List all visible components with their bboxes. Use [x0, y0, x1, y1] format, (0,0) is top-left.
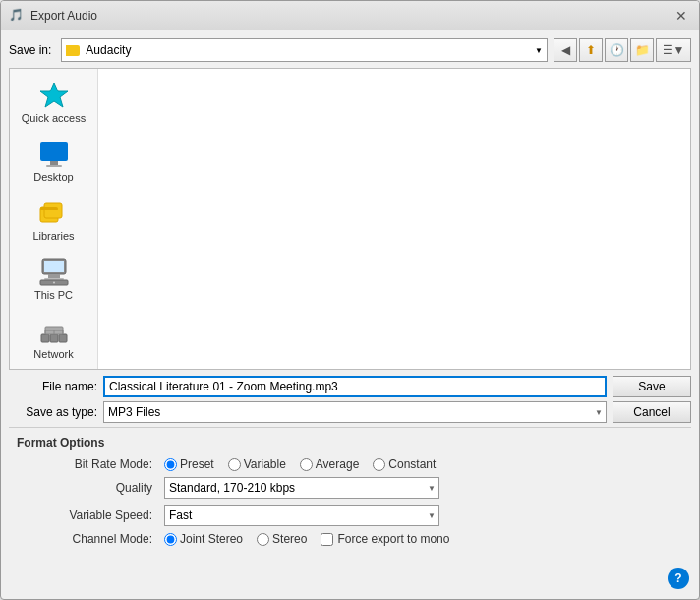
filetype-select[interactable]: MP3 Files WAV Files OGG Files: [103, 401, 607, 423]
save-in-row: Save in: Audacity ▼ ◀ ⬆ 🕐 📁 ☰▼: [9, 38, 691, 62]
sidebar-item-libraries[interactable]: Libraries: [14, 191, 94, 248]
cancel-button[interactable]: Cancel: [612, 401, 691, 423]
bit-rate-radio-group: Preset Variable Average Constant: [164, 457, 436, 471]
bit-rate-mode-row: Bit Rate Mode: Preset Variable Average: [9, 457, 691, 471]
variable-speed-row: Variable Speed: Fast Standard Slow ▼: [9, 505, 691, 526]
radio-average[interactable]: Average: [300, 457, 359, 471]
variable-speed-select[interactable]: Fast Standard Slow: [164, 505, 439, 526]
force-mono-label: Force export to mono: [337, 532, 449, 546]
file-browser-area: Quick access Desktop: [9, 68, 691, 370]
svg-rect-13: [41, 334, 49, 342]
export-audio-window: 🎵 Export Audio ✕ Save in: Audacity ▼ ◀ ⬆…: [0, 0, 700, 600]
radio-variable[interactable]: Variable: [228, 457, 286, 471]
libraries-label: Libraries: [32, 230, 74, 242]
svg-rect-9: [48, 274, 60, 278]
variable-speed-label: Variable Speed:: [25, 509, 152, 522]
bottom-buttons: Save: [612, 376, 691, 397]
force-mono-checkbox[interactable]: [321, 533, 333, 546]
quality-label: Quality: [25, 481, 152, 495]
quality-select-wrapper: Standard, 170-210 kbps Low, 145-185 kbps…: [164, 477, 439, 499]
quick-access-label: Quick access: [22, 112, 86, 124]
svg-point-12: [53, 282, 55, 284]
bottom-controls: File name: Save Save as type: MP3 Files …: [9, 370, 691, 427]
libraries-icon: [36, 197, 72, 228]
force-mono-checkbox-item[interactable]: Force export to mono: [321, 532, 449, 546]
title-bar: 🎵 Export Audio ✕: [1, 1, 699, 30]
svg-rect-6: [40, 207, 58, 210]
save-in-label: Save in:: [9, 43, 51, 57]
views-button[interactable]: ☰▼: [656, 38, 691, 62]
create-folder-button[interactable]: 📁: [630, 38, 654, 62]
window-title: Export Audio: [30, 9, 671, 23]
bit-rate-label: Bit Rate Mode:: [25, 457, 152, 471]
close-button[interactable]: ✕: [671, 6, 691, 26]
channel-mode-row: Channel Mode: Joint Stereo Stereo Force …: [9, 532, 691, 546]
filename-input[interactable]: [103, 376, 607, 397]
folder-icon-small: [66, 45, 80, 56]
radio-constant[interactable]: Constant: [373, 457, 436, 471]
filetype-label: Save as type:: [9, 405, 97, 419]
radio-stereo-label: Stereo: [272, 532, 307, 546]
this-pc-label: This PC: [34, 289, 73, 301]
help-button[interactable]: ?: [668, 568, 689, 589]
nav-buttons: ◀ ⬆ 🕐 📁 ☰▼: [554, 38, 691, 62]
svg-rect-15: [59, 334, 67, 342]
variable-speed-select-wrapper: Fast Standard Slow ▼: [164, 505, 439, 526]
quick-access-icon: [36, 79, 72, 110]
radio-variable-label: Variable: [244, 457, 286, 471]
radio-stereo[interactable]: Stereo: [257, 532, 307, 546]
channel-mode-label: Channel Mode:: [25, 532, 152, 546]
sidebar-item-quick-access[interactable]: Quick access: [14, 73, 94, 130]
quality-select[interactable]: Standard, 170-210 kbps Low, 145-185 kbps…: [164, 477, 439, 499]
svg-marker-0: [40, 83, 68, 107]
sidebar-item-desktop[interactable]: Desktop: [14, 132, 94, 189]
quality-row: Quality Standard, 170-210 kbps Low, 145-…: [9, 477, 691, 499]
network-icon: [36, 315, 72, 346]
radio-preset[interactable]: Preset: [164, 457, 214, 471]
this-pc-icon: [36, 256, 72, 287]
save-button[interactable]: Save: [612, 376, 691, 397]
radio-constant-label: Constant: [388, 457, 436, 471]
svg-rect-3: [46, 165, 62, 167]
svg-rect-8: [44, 261, 64, 272]
radio-preset-label: Preset: [180, 457, 214, 471]
dialog-content: Save in: Audacity ▼ ◀ ⬆ 🕐 📁 ☰▼: [1, 30, 699, 568]
network-label: Network: [33, 348, 73, 360]
radio-joint-stereo[interactable]: Joint Stereo: [164, 532, 243, 546]
format-options-section: Format Options Bit Rate Mode: Preset Var…: [9, 427, 691, 560]
svg-rect-1: [40, 142, 68, 161]
dropdown-arrow-icon: ▼: [535, 46, 543, 55]
filename-row: File name: Save: [9, 376, 691, 397]
app-icon: 🎵: [9, 8, 25, 24]
sidebar-item-this-pc[interactable]: This PC: [14, 250, 94, 307]
sidebar: Quick access Desktop: [10, 69, 98, 370]
back-button[interactable]: ◀: [554, 38, 577, 62]
desktop-icon: [36, 138, 72, 169]
format-options-title: Format Options: [9, 436, 691, 450]
radio-joint-stereo-label: Joint Stereo: [180, 532, 243, 546]
radio-average-label: Average: [316, 457, 359, 471]
svg-rect-2: [50, 161, 58, 165]
svg-rect-14: [50, 334, 58, 342]
forward-button[interactable]: ⬆: [579, 38, 603, 62]
folder-dropdown[interactable]: Audacity ▼: [61, 38, 548, 62]
current-folder: Audacity: [86, 43, 535, 57]
filetype-select-wrapper: MP3 Files WAV Files OGG Files ▼: [103, 401, 607, 423]
channel-mode-radio-group: Joint Stereo Stereo Force export to mono: [164, 532, 449, 546]
footer-bar: ?: [1, 568, 699, 599]
desktop-label: Desktop: [33, 171, 73, 183]
filename-label: File name:: [9, 380, 97, 393]
recent-button[interactable]: 🕐: [605, 38, 628, 62]
filetype-row: Save as type: MP3 Files WAV Files OGG Fi…: [9, 401, 691, 423]
sidebar-item-network[interactable]: Network: [14, 309, 94, 366]
